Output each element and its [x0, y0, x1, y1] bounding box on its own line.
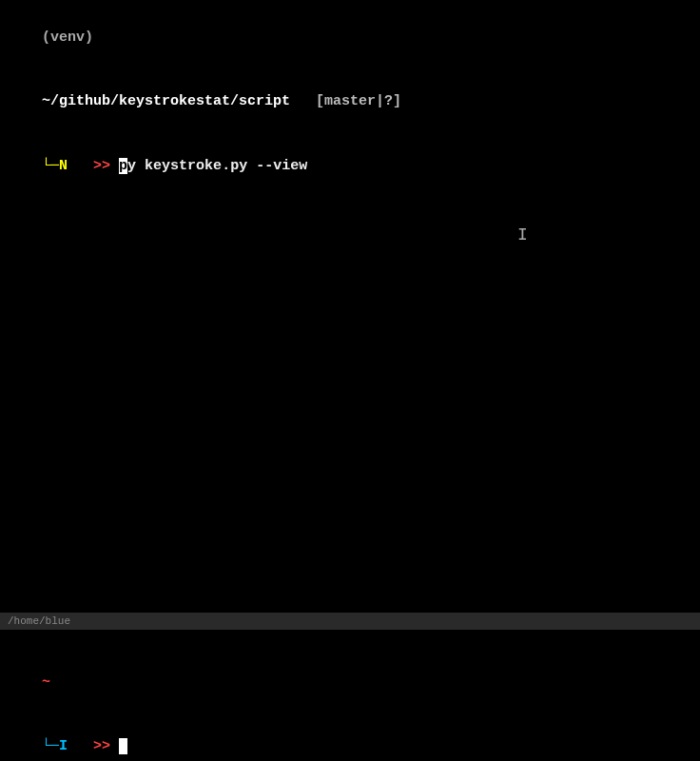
top-terminal-pane[interactable]: (venv) ~/github/keystrokestat/script [ma… — [0, 0, 700, 613]
cwd-path: ~/github/keystrokestat/script — [42, 93, 290, 109]
prompt-corner-icon: └─ — [42, 736, 59, 758]
prompt-line-top[interactable]: └─N >> py keystroke.py --view — [8, 134, 692, 199]
status-path: /home/blue — [8, 615, 70, 627]
venv-line: (venv) — [8, 6, 692, 70]
prompt-arrows-icon: >> — [93, 158, 110, 174]
terminal-cursor: p — [119, 158, 127, 174]
tmux-status-bar[interactable]: /home/blue — [0, 613, 700, 630]
path-line: ~/github/keystrokestat/script [master|?] — [8, 70, 692, 135]
command-input[interactable]: y keystroke.py --view — [127, 158, 307, 174]
mouse-ibeam-cursor: I — [517, 225, 528, 244]
vi-mode-indicator: N — [59, 158, 68, 174]
tilde-indicator: ~ — [42, 674, 50, 691]
venv-indicator: (venv) — [42, 29, 93, 46]
bottom-terminal-pane[interactable]: ~ └─I >> — [0, 630, 700, 761]
prompt-arrows-icon: >> — [93, 738, 110, 754]
tilde-line: ~ — [8, 651, 692, 715]
git-branch-status: [master|?] — [316, 93, 401, 109]
terminal-cursor — [119, 738, 127, 754]
prompt-corner-icon: └─ — [42, 156, 59, 178]
vi-mode-indicator: I — [59, 738, 68, 754]
prompt-line-bottom[interactable]: └─I >> — [8, 715, 692, 762]
